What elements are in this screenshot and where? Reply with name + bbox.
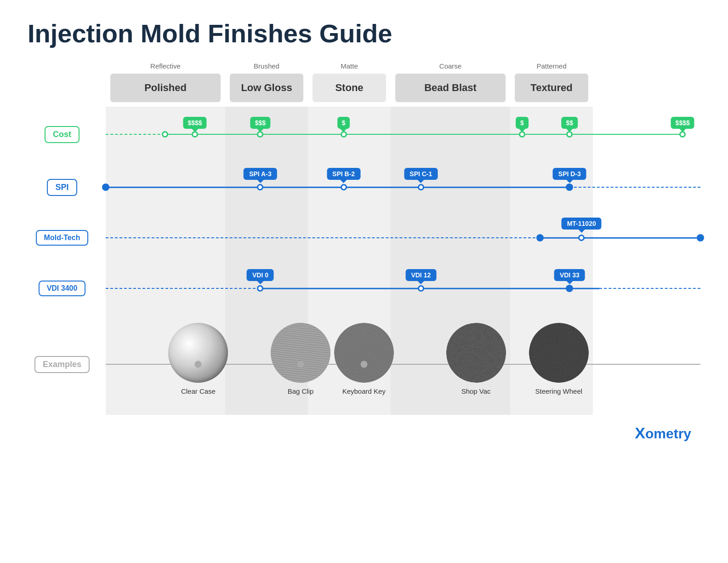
example-shop-vac: Shop Vac: [446, 323, 506, 395]
col-group-label-brushed: Brushed: [254, 62, 279, 70]
examples-label-box: Examples: [28, 356, 97, 373]
xometry-text: ometry: [645, 426, 691, 441]
cost-label-1: $$$$: [188, 119, 202, 126]
chart-container: Reflective Polished Brushed Low Gloss Ma…: [28, 62, 700, 415]
col-group-label-reflective: Reflective: [150, 62, 181, 70]
examples-row: Examples Clear Case: [28, 314, 700, 415]
cost-label-6: $$$$: [676, 119, 690, 126]
col-group-patterned: Patterned Textured: [510, 62, 593, 102]
vdi-row: VDI 3400 VDI 0: [28, 263, 700, 314]
spi-label-4: SPI D-3: [558, 170, 581, 178]
cost-label-2: $$$: [255, 119, 266, 126]
col-box-beadblast: Bead Blast: [395, 74, 506, 102]
vdi-label-2: VDI 12: [411, 271, 431, 279]
cost-label-3: $: [342, 119, 346, 126]
vdi-label-1: VDI 0: [252, 271, 268, 279]
example-bag-clip: Bag Clip: [271, 323, 330, 395]
col-group-matte: Matte Stone: [308, 62, 391, 102]
cost-label-5: $$: [566, 119, 574, 126]
spi-label: SPI: [47, 179, 77, 196]
spi-label-1: SPI A-3: [249, 170, 272, 178]
xometry-logo: Xometry: [635, 424, 691, 442]
moldtech-label: Mold-Tech: [36, 230, 89, 246]
vdi-label-box: VDI 3400: [28, 281, 97, 296]
col-box-textured: Textured: [515, 74, 588, 102]
svg-point-10: [446, 323, 506, 383]
vdi-label-3: VDI 33: [560, 271, 580, 279]
cost-row: Cost $$$$: [28, 107, 700, 162]
col-box-lowgloss: Low Gloss: [230, 74, 303, 102]
moldtech-label-box: Mold-Tech: [28, 230, 97, 246]
col-group-coarse: Coarse Bead Blast: [391, 62, 510, 102]
col-group-label-coarse: Coarse: [439, 62, 461, 70]
col-group-brushed: Brushed Low Gloss: [225, 62, 308, 102]
col-group-label-matte: Matte: [341, 62, 358, 70]
cost-label-box: Cost: [28, 126, 97, 143]
svg-point-7: [334, 323, 394, 383]
vdi-label: VDI 3400: [39, 281, 86, 296]
xometry-x: X: [635, 424, 645, 442]
examples-label: Examples: [34, 356, 90, 373]
spi-row: SPI SPI A-3: [28, 162, 700, 213]
example-keyboard-key: Keyboard Key: [334, 323, 394, 395]
col-group-reflective: Reflective Polished: [106, 62, 225, 102]
spi-label-box: SPI: [28, 179, 97, 196]
example-steering-wheel: Steering Wheel: [529, 323, 589, 395]
example-clear-case-full: Clear Case: [168, 323, 228, 395]
moldtech-label-1: MT-11020: [567, 220, 596, 227]
svg-rect-4: [271, 323, 330, 383]
page-title: Injection Mold Finishes Guide: [28, 18, 700, 48]
svg-point-13: [529, 323, 589, 383]
moldtech-row: Mold-Tech MT-11020: [28, 213, 700, 263]
cost-label: Cost: [45, 126, 80, 143]
xometry-logo-container: Xometry: [28, 424, 700, 442]
cost-label-4: $: [520, 119, 524, 126]
spi-label-2: SPI B-2: [332, 170, 355, 178]
spi-label-3: SPI C-1: [410, 170, 432, 178]
col-box-polished: Polished: [110, 74, 221, 102]
col-group-label-patterned: Patterned: [536, 62, 566, 70]
col-box-stone: Stone: [313, 74, 386, 102]
